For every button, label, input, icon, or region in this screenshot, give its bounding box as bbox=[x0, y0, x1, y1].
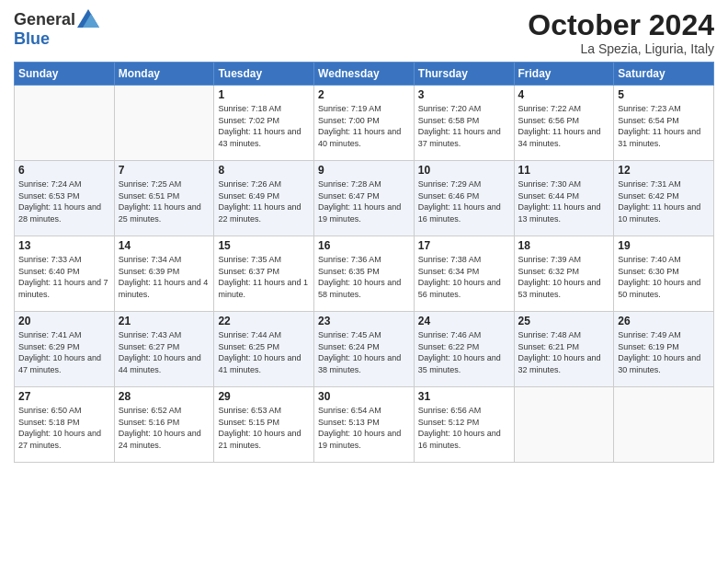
day-number: 13 bbox=[18, 239, 110, 252]
day-detail: Sunrise: 7:26 AM Sunset: 6:49 PM Dayligh… bbox=[218, 178, 310, 224]
table-row: 17Sunrise: 7:38 AM Sunset: 6:34 PM Dayli… bbox=[414, 236, 514, 312]
day-number: 3 bbox=[418, 88, 510, 101]
table-row: 14Sunrise: 7:34 AM Sunset: 6:39 PM Dayli… bbox=[114, 236, 214, 312]
day-detail: Sunrise: 6:50 AM Sunset: 5:18 PM Dayligh… bbox=[18, 405, 110, 451]
day-number: 26 bbox=[618, 315, 710, 327]
day-number: 21 bbox=[119, 315, 210, 327]
header: General Blue October 2024 La Spezia, Lig… bbox=[14, 9, 714, 56]
table-row: 30Sunrise: 6:54 AM Sunset: 5:13 PM Dayli… bbox=[314, 387, 415, 463]
table-row: 6Sunrise: 7:24 AM Sunset: 6:53 PM Daylig… bbox=[15, 161, 115, 236]
logo: General Blue bbox=[14, 9, 99, 49]
table-row: 18Sunrise: 7:39 AM Sunset: 6:32 PM Dayli… bbox=[514, 236, 614, 312]
table-row: 16Sunrise: 7:36 AM Sunset: 6:35 PM Dayli… bbox=[314, 236, 415, 312]
day-detail: Sunrise: 7:28 AM Sunset: 6:47 PM Dayligh… bbox=[318, 178, 410, 224]
day-detail: Sunrise: 6:52 AM Sunset: 5:16 PM Dayligh… bbox=[119, 405, 210, 451]
title-block: October 2024 La Spezia, Liguria, Italy bbox=[528, 9, 714, 56]
page-container: General Blue October 2024 La Spezia, Lig… bbox=[0, 0, 728, 467]
table-row: 31Sunrise: 6:56 AM Sunset: 5:12 PM Dayli… bbox=[414, 387, 514, 463]
day-number: 14 bbox=[119, 239, 210, 252]
day-number: 20 bbox=[18, 315, 110, 327]
table-row: 1Sunrise: 7:18 AM Sunset: 7:02 PM Daylig… bbox=[214, 86, 314, 161]
table-row: 24Sunrise: 7:46 AM Sunset: 6:22 PM Dayli… bbox=[414, 312, 514, 387]
day-detail: Sunrise: 7:29 AM Sunset: 6:46 PM Dayligh… bbox=[418, 178, 510, 224]
table-row bbox=[614, 387, 714, 463]
day-number: 10 bbox=[418, 164, 510, 177]
calendar-week-row: 27Sunrise: 6:50 AM Sunset: 5:18 PM Dayli… bbox=[15, 387, 714, 463]
table-row: 27Sunrise: 6:50 AM Sunset: 5:18 PM Dayli… bbox=[15, 387, 115, 463]
table-row bbox=[15, 86, 115, 161]
day-detail: Sunrise: 7:25 AM Sunset: 6:51 PM Dayligh… bbox=[119, 178, 210, 224]
table-row: 11Sunrise: 7:30 AM Sunset: 6:44 PM Dayli… bbox=[514, 161, 614, 236]
day-number: 6 bbox=[18, 164, 110, 177]
table-row: 10Sunrise: 7:29 AM Sunset: 6:46 PM Dayli… bbox=[414, 161, 514, 236]
day-number: 23 bbox=[318, 315, 410, 327]
day-detail: Sunrise: 7:45 AM Sunset: 6:24 PM Dayligh… bbox=[318, 329, 410, 375]
day-detail: Sunrise: 6:54 AM Sunset: 5:13 PM Dayligh… bbox=[318, 405, 410, 451]
day-number: 15 bbox=[218, 239, 310, 252]
table-row bbox=[114, 86, 214, 161]
day-number: 2 bbox=[318, 88, 410, 101]
day-number: 29 bbox=[218, 390, 310, 403]
table-row: 13Sunrise: 7:33 AM Sunset: 6:40 PM Dayli… bbox=[15, 236, 115, 312]
day-detail: Sunrise: 6:53 AM Sunset: 5:15 PM Dayligh… bbox=[218, 405, 310, 451]
day-number: 9 bbox=[318, 164, 410, 177]
day-detail: Sunrise: 7:35 AM Sunset: 6:37 PM Dayligh… bbox=[218, 254, 310, 300]
weekday-header-row: Sunday Monday Tuesday Wednesday Thursday… bbox=[15, 63, 714, 86]
header-friday: Friday bbox=[514, 63, 614, 86]
table-row: 22Sunrise: 7:44 AM Sunset: 6:25 PM Dayli… bbox=[214, 312, 314, 387]
table-row: 12Sunrise: 7:31 AM Sunset: 6:42 PM Dayli… bbox=[614, 161, 714, 236]
table-row: 23Sunrise: 7:45 AM Sunset: 6:24 PM Dayli… bbox=[314, 312, 415, 387]
day-number: 8 bbox=[218, 164, 310, 177]
logo-icon bbox=[77, 9, 99, 28]
location: La Spezia, Liguria, Italy bbox=[528, 41, 714, 56]
header-sunday: Sunday bbox=[15, 63, 115, 86]
calendar-week-row: 1Sunrise: 7:18 AM Sunset: 7:02 PM Daylig… bbox=[15, 86, 714, 161]
day-number: 11 bbox=[518, 164, 610, 177]
table-row: 4Sunrise: 7:22 AM Sunset: 6:56 PM Daylig… bbox=[514, 86, 614, 161]
day-number: 5 bbox=[618, 88, 710, 101]
header-thursday: Thursday bbox=[414, 63, 514, 86]
day-number: 18 bbox=[518, 239, 610, 252]
day-number: 7 bbox=[119, 164, 210, 177]
table-row: 28Sunrise: 6:52 AM Sunset: 5:16 PM Dayli… bbox=[114, 387, 214, 463]
table-row: 21Sunrise: 7:43 AM Sunset: 6:27 PM Dayli… bbox=[114, 312, 214, 387]
header-saturday: Saturday bbox=[614, 63, 714, 86]
day-detail: Sunrise: 7:33 AM Sunset: 6:40 PM Dayligh… bbox=[18, 254, 110, 300]
day-number: 17 bbox=[418, 239, 510, 252]
table-row: 19Sunrise: 7:40 AM Sunset: 6:30 PM Dayli… bbox=[614, 236, 714, 312]
day-detail: Sunrise: 7:18 AM Sunset: 7:02 PM Dayligh… bbox=[218, 103, 310, 149]
day-number: 19 bbox=[618, 239, 710, 252]
day-detail: Sunrise: 7:39 AM Sunset: 6:32 PM Dayligh… bbox=[518, 254, 610, 300]
day-number: 4 bbox=[518, 88, 610, 101]
day-number: 1 bbox=[218, 88, 310, 101]
day-detail: Sunrise: 7:19 AM Sunset: 7:00 PM Dayligh… bbox=[318, 103, 410, 149]
day-detail: Sunrise: 7:44 AM Sunset: 6:25 PM Dayligh… bbox=[218, 329, 310, 375]
calendar-week-row: 20Sunrise: 7:41 AM Sunset: 6:29 PM Dayli… bbox=[15, 312, 714, 387]
table-row: 9Sunrise: 7:28 AM Sunset: 6:47 PM Daylig… bbox=[314, 161, 415, 236]
day-detail: Sunrise: 7:23 AM Sunset: 6:54 PM Dayligh… bbox=[618, 103, 710, 149]
day-detail: Sunrise: 7:31 AM Sunset: 6:42 PM Dayligh… bbox=[618, 178, 710, 224]
header-tuesday: Tuesday bbox=[214, 63, 314, 86]
table-row: 15Sunrise: 7:35 AM Sunset: 6:37 PM Dayli… bbox=[214, 236, 314, 312]
table-row bbox=[514, 387, 614, 463]
day-number: 24 bbox=[418, 315, 510, 327]
table-row: 8Sunrise: 7:26 AM Sunset: 6:49 PM Daylig… bbox=[214, 161, 314, 236]
day-detail: Sunrise: 7:43 AM Sunset: 6:27 PM Dayligh… bbox=[119, 329, 210, 375]
day-number: 28 bbox=[119, 390, 210, 403]
day-number: 22 bbox=[218, 315, 310, 327]
table-row: 25Sunrise: 7:48 AM Sunset: 6:21 PM Dayli… bbox=[514, 312, 614, 387]
day-number: 16 bbox=[318, 239, 410, 252]
table-row: 29Sunrise: 6:53 AM Sunset: 5:15 PM Dayli… bbox=[214, 387, 314, 463]
day-detail: Sunrise: 7:40 AM Sunset: 6:30 PM Dayligh… bbox=[618, 254, 710, 300]
day-detail: Sunrise: 7:38 AM Sunset: 6:34 PM Dayligh… bbox=[418, 254, 510, 300]
calendar-week-row: 13Sunrise: 7:33 AM Sunset: 6:40 PM Dayli… bbox=[15, 236, 714, 312]
table-row: 3Sunrise: 7:20 AM Sunset: 6:58 PM Daylig… bbox=[414, 86, 514, 161]
calendar-week-row: 6Sunrise: 7:24 AM Sunset: 6:53 PM Daylig… bbox=[15, 161, 714, 236]
month-title: October 2024 bbox=[528, 9, 714, 41]
logo-general-text: General bbox=[14, 10, 75, 29]
day-detail: Sunrise: 7:36 AM Sunset: 6:35 PM Dayligh… bbox=[318, 254, 410, 300]
table-row: 2Sunrise: 7:19 AM Sunset: 7:00 PM Daylig… bbox=[314, 86, 415, 161]
calendar-table: Sunday Monday Tuesday Wednesday Thursday… bbox=[14, 62, 714, 463]
day-detail: Sunrise: 7:20 AM Sunset: 6:58 PM Dayligh… bbox=[418, 103, 510, 149]
day-detail: Sunrise: 7:48 AM Sunset: 6:21 PM Dayligh… bbox=[518, 329, 610, 375]
